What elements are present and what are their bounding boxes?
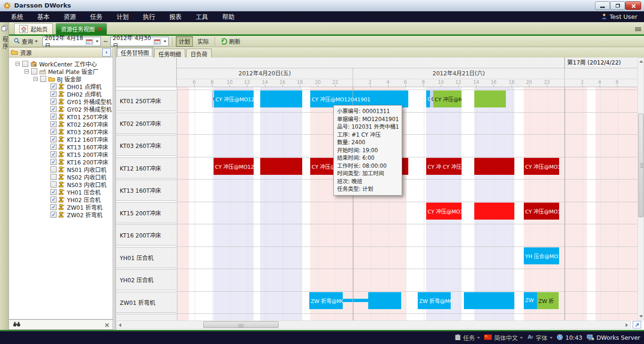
tree-item[interactable]: ZW02 折弯机 [9,211,113,218]
query-button[interactable]: 查询 [11,37,40,46]
tree-checkbox[interactable] [50,121,57,127]
tree-item[interactable]: ZW01 折弯机 [9,203,113,211]
tree-item[interactable]: KT02 260T冲床 [9,120,113,128]
status-item-font[interactable]: A字体 [527,333,553,342]
date-from-field[interactable]: 2012年 4月18日 [42,37,101,46]
tree-checkbox[interactable] [50,189,57,195]
menu-item[interactable]: 系统 [4,11,30,22]
menu-item[interactable]: 基本 [30,11,57,22]
gantt-view-tab[interactable]: 日负荷 [186,49,212,57]
gantt-task-bar[interactable]: CY 冲压@MO12041901 [214,90,254,107]
tree-item[interactable]: GY01 外桶成型机 [9,98,113,105]
gantt-task-bar[interactable] [464,292,514,309]
pages-icon[interactable] [1,25,8,33]
gantt-task-bar[interactable]: C [430,90,433,107]
restore-button[interactable] [610,1,625,10]
user-indicator[interactable]: Test User [601,11,637,22]
calendar-icon[interactable] [153,38,161,45]
tree-item[interactable]: −BJ 钣金部 [9,75,113,82]
chevron-down-icon[interactable] [35,41,38,42]
vertical-scroll-thumb[interactable] [638,114,644,217]
tree-checkbox[interactable] [50,91,57,97]
gantt-task-bar[interactable]: YH 压合@MO1 [524,247,559,264]
tree-checkbox[interactable] [50,129,57,135]
collapse-panel-button[interactable]: ‹ [102,48,111,57]
gantt-task-bar[interactable]: ZW 折弯@MO12041901 [418,292,451,309]
tree-checkbox[interactable] [50,144,57,150]
tree-checkbox[interactable] [50,98,57,105]
gantt-view-tab[interactable]: 任务甘特图 [116,47,153,57]
tree-checkbox[interactable] [50,114,57,120]
gantt-task-bar[interactable] [260,158,302,175]
tree-item[interactable]: DH01 点焊机 [9,82,113,90]
tree-checkbox[interactable] [50,136,57,142]
gantt-task-bar[interactable]: CY 冲压@MO12041904 [214,158,254,175]
menu-item[interactable]: 资源 [57,11,83,22]
date-to-dropdown[interactable] [161,38,168,45]
status-item-flag[interactable]: 简体中文 [484,333,523,342]
scroll-right-icon[interactable] [626,323,628,327]
date-to-field[interactable]: 2012年 4月30日 [110,37,169,46]
dock-tab-program[interactable]: 程序 [1,36,9,50]
tree-item[interactable]: KT12 160T冲床 [9,135,113,143]
gantt-task-bar[interactable]: CY 冲 CY 冲压@MO12041904 [426,158,462,175]
tree-expander-icon[interactable]: − [33,77,38,81]
tree-item[interactable]: KT15 200T冲床 [9,150,113,158]
gantt-task-bar[interactable]: CY 冲压@MO1 [524,203,559,220]
tree-checkbox[interactable] [50,83,57,90]
tree-expander-icon[interactable]: − [16,62,20,66]
gantt-view-tab[interactable]: 任务明细 [154,49,185,57]
horizontal-scrollbar[interactable] [116,320,631,329]
tree-checkbox[interactable] [50,181,57,188]
horizontal-scroll-thumb[interactable] [203,321,279,328]
status-item-server[interactable]: DWorks Server [586,334,640,342]
status-item-clock[interactable]: 10:43 [557,334,582,342]
gantt-task-bar[interactable] [474,158,514,175]
tree-item[interactable]: GY02 外桶成型机 [9,105,113,113]
jump-navigator-button[interactable] [633,321,641,328]
tree-item[interactable]: −Metal Plate 钣金厂 [9,67,113,75]
tree-checkbox[interactable] [40,76,46,82]
minimize-button[interactable] [595,1,610,10]
gantt-task-bar[interactable] [474,90,506,107]
date-from-dropdown[interactable] [93,38,100,45]
gantt-chart-area[interactable]: CCY 冲压@MO12041901CY 冲压@MO12041901CCCY 冲压… [177,87,637,320]
close-button[interactable] [625,1,641,10]
tree-checkbox[interactable] [50,166,57,172]
tree-checkbox[interactable] [31,68,37,74]
tree-item[interactable]: NS01 内收口机 [9,165,113,173]
tab-home[interactable]: 起始页 [14,23,53,34]
vertical-scrollbar[interactable] [637,57,644,320]
scroll-left-icon[interactable] [119,323,121,327]
gantt-task-bar[interactable] [260,90,302,107]
gantt-task-bar[interactable]: C [426,90,430,107]
gantt-task-bar[interactable]: CY 冲压@MO12041903 [426,203,462,220]
tab-close-icon[interactable] [98,27,102,31]
tree-checkbox[interactable] [50,212,57,218]
gantt-task-bar[interactable]: CY 冲压@MO1 [524,158,559,175]
tree-item[interactable]: −WorkCenter 工作中心 [9,60,113,67]
gantt-task-bar[interactable] [343,299,368,302]
chevron-down-icon[interactable] [550,337,553,339]
tree-item[interactable]: DH02 点焊机 [9,90,113,98]
tree-checkbox[interactable] [22,61,28,67]
menu-item[interactable]: 帮助 [215,11,241,22]
tree-expander-icon[interactable]: − [25,69,29,74]
tree-item[interactable]: KT01 250T冲床 [9,113,113,120]
tree-checkbox[interactable] [50,174,57,180]
tree-item[interactable]: KT03 260T冲床 [9,128,113,135]
tree-item[interactable]: KT16 200T冲床 [9,158,113,165]
clear-filter-icon[interactable] [105,323,109,327]
chevron-down-icon[interactable] [520,337,523,339]
tree-checkbox[interactable] [50,159,57,165]
tree-item[interactable]: KT13 160T冲床 [9,143,113,150]
tree-checkbox[interactable] [50,151,57,157]
menu-item[interactable]: 任务 [83,11,109,22]
gantt-task-bar[interactable] [368,292,401,309]
gantt-task-bar[interactable]: CY 冲压@MO12041902 [433,90,462,107]
tab-list-icon[interactable] [635,27,641,32]
scroll-down-icon[interactable] [639,315,643,318]
tree-checkbox[interactable] [50,106,57,112]
menu-item[interactable]: 报表 [162,11,189,22]
tree-item[interactable]: YH01 压合机 [9,188,113,196]
